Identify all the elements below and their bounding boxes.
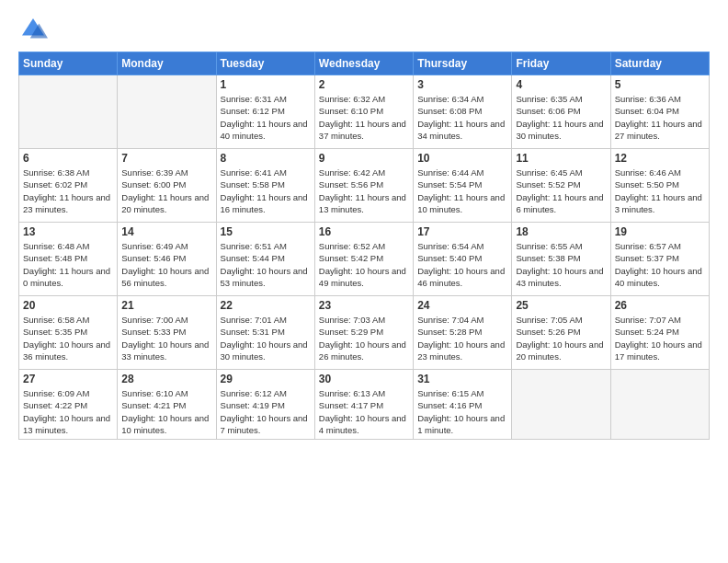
calendar-cell: 27Sunrise: 6:09 AM Sunset: 4:22 PM Dayli… bbox=[19, 370, 118, 440]
day-number: 18 bbox=[516, 225, 606, 238]
day-number: 24 bbox=[417, 299, 507, 312]
calendar-week-row: 13Sunrise: 6:48 AM Sunset: 5:48 PM Dayli… bbox=[19, 223, 710, 296]
weekday-header: Saturday bbox=[610, 52, 709, 75]
calendar-cell: 23Sunrise: 7:03 AM Sunset: 5:29 PM Dayli… bbox=[314, 296, 413, 370]
calendar-cell: 31Sunrise: 6:15 AM Sunset: 4:16 PM Dayli… bbox=[414, 370, 512, 440]
day-info: Sunrise: 6:10 AM Sunset: 4:21 PM Dayligh… bbox=[121, 387, 211, 436]
calendar-cell: 17Sunrise: 6:54 AM Sunset: 5:40 PM Dayli… bbox=[414, 223, 512, 296]
day-info: Sunrise: 7:00 AM Sunset: 5:33 PM Dayligh… bbox=[121, 314, 211, 362]
day-info: Sunrise: 6:31 AM Sunset: 6:12 PM Dayligh… bbox=[221, 93, 311, 142]
calendar-cell: 20Sunrise: 6:58 AM Sunset: 5:35 PM Dayli… bbox=[19, 296, 118, 370]
weekday-header: Friday bbox=[512, 52, 610, 75]
day-info: Sunrise: 6:41 AM Sunset: 5:58 PM Dayligh… bbox=[221, 167, 311, 215]
calendar-cell: 28Sunrise: 6:10 AM Sunset: 4:21 PM Dayli… bbox=[118, 370, 216, 440]
day-info: Sunrise: 6:34 AM Sunset: 6:08 PM Dayligh… bbox=[417, 93, 507, 142]
day-number: 23 bbox=[319, 299, 409, 312]
calendar-cell: 12Sunrise: 6:46 AM Sunset: 5:50 PM Dayli… bbox=[610, 149, 709, 223]
day-number: 25 bbox=[516, 299, 606, 312]
calendar-cell bbox=[610, 370, 709, 440]
day-number: 30 bbox=[319, 373, 409, 385]
logo-icon bbox=[18, 15, 48, 44]
day-number: 17 bbox=[417, 225, 507, 238]
calendar-week-row: 6Sunrise: 6:38 AM Sunset: 6:02 PM Daylig… bbox=[19, 149, 710, 223]
day-number: 27 bbox=[23, 373, 113, 385]
day-number: 22 bbox=[221, 299, 311, 312]
page: SundayMondayTuesdayWednesdayThursdayFrid… bbox=[0, 0, 728, 449]
day-info: Sunrise: 6:51 AM Sunset: 5:44 PM Dayligh… bbox=[221, 240, 311, 289]
day-info: Sunrise: 6:55 AM Sunset: 5:38 PM Dayligh… bbox=[516, 240, 606, 289]
day-info: Sunrise: 6:36 AM Sunset: 6:04 PM Dayligh… bbox=[615, 93, 705, 142]
calendar-cell: 14Sunrise: 6:49 AM Sunset: 5:46 PM Dayli… bbox=[118, 223, 216, 296]
day-info: Sunrise: 6:54 AM Sunset: 5:40 PM Dayligh… bbox=[417, 240, 507, 289]
day-number: 20 bbox=[23, 299, 113, 312]
calendar-cell: 6Sunrise: 6:38 AM Sunset: 6:02 PM Daylig… bbox=[19, 149, 118, 223]
day-number: 13 bbox=[23, 225, 113, 238]
calendar-week-row: 20Sunrise: 6:58 AM Sunset: 5:35 PM Dayli… bbox=[19, 296, 710, 370]
day-info: Sunrise: 6:48 AM Sunset: 5:48 PM Dayligh… bbox=[23, 240, 113, 289]
calendar-cell: 3Sunrise: 6:34 AM Sunset: 6:08 PM Daylig… bbox=[414, 75, 512, 149]
weekday-header: Monday bbox=[118, 52, 216, 75]
calendar-cell: 11Sunrise: 6:45 AM Sunset: 5:52 PM Dayli… bbox=[512, 149, 610, 223]
day-number: 16 bbox=[319, 225, 409, 238]
day-info: Sunrise: 6:46 AM Sunset: 5:50 PM Dayligh… bbox=[615, 167, 705, 215]
calendar-cell: 9Sunrise: 6:42 AM Sunset: 5:56 PM Daylig… bbox=[314, 149, 413, 223]
day-info: Sunrise: 6:38 AM Sunset: 6:02 PM Dayligh… bbox=[23, 167, 113, 215]
day-info: Sunrise: 6:32 AM Sunset: 6:10 PM Dayligh… bbox=[319, 93, 409, 142]
day-info: Sunrise: 7:05 AM Sunset: 5:26 PM Dayligh… bbox=[516, 314, 606, 362]
day-info: Sunrise: 7:01 AM Sunset: 5:31 PM Dayligh… bbox=[221, 314, 311, 362]
day-info: Sunrise: 6:09 AM Sunset: 4:22 PM Dayligh… bbox=[23, 387, 113, 436]
calendar-cell: 22Sunrise: 7:01 AM Sunset: 5:31 PM Dayli… bbox=[216, 296, 314, 370]
calendar-cell: 25Sunrise: 7:05 AM Sunset: 5:26 PM Dayli… bbox=[512, 296, 610, 370]
day-number: 3 bbox=[417, 78, 507, 91]
calendar-cell: 19Sunrise: 6:57 AM Sunset: 5:37 PM Dayli… bbox=[610, 223, 709, 296]
calendar-cell: 21Sunrise: 7:00 AM Sunset: 5:33 PM Dayli… bbox=[118, 296, 216, 370]
calendar-cell: 4Sunrise: 6:35 AM Sunset: 6:06 PM Daylig… bbox=[512, 75, 610, 149]
day-number: 8 bbox=[221, 152, 311, 165]
day-info: Sunrise: 6:52 AM Sunset: 5:42 PM Dayligh… bbox=[319, 240, 409, 289]
calendar-cell: 2Sunrise: 6:32 AM Sunset: 6:10 PM Daylig… bbox=[314, 75, 413, 149]
day-number: 6 bbox=[23, 152, 113, 165]
day-number: 5 bbox=[615, 78, 705, 91]
calendar-cell: 13Sunrise: 6:48 AM Sunset: 5:48 PM Dayli… bbox=[19, 223, 118, 296]
day-info: Sunrise: 6:39 AM Sunset: 6:00 PM Dayligh… bbox=[121, 167, 211, 215]
day-info: Sunrise: 6:57 AM Sunset: 5:37 PM Dayligh… bbox=[615, 240, 705, 289]
day-info: Sunrise: 6:45 AM Sunset: 5:52 PM Dayligh… bbox=[516, 167, 606, 215]
weekday-header: Tuesday bbox=[216, 52, 314, 75]
weekday-header: Wednesday bbox=[314, 52, 413, 75]
logo bbox=[18, 15, 51, 44]
day-number: 21 bbox=[121, 299, 211, 312]
calendar-cell: 10Sunrise: 6:44 AM Sunset: 5:54 PM Dayli… bbox=[414, 149, 512, 223]
calendar-cell bbox=[118, 75, 216, 149]
weekday-header: Sunday bbox=[19, 52, 118, 75]
calendar-cell: 8Sunrise: 6:41 AM Sunset: 5:58 PM Daylig… bbox=[216, 149, 314, 223]
day-info: Sunrise: 6:58 AM Sunset: 5:35 PM Dayligh… bbox=[23, 314, 113, 362]
day-number: 9 bbox=[319, 152, 409, 165]
day-number: 14 bbox=[121, 225, 211, 238]
day-number: 2 bbox=[319, 78, 409, 91]
calendar-cell: 18Sunrise: 6:55 AM Sunset: 5:38 PM Dayli… bbox=[512, 223, 610, 296]
day-info: Sunrise: 6:13 AM Sunset: 4:17 PM Dayligh… bbox=[319, 387, 409, 436]
day-number: 7 bbox=[121, 152, 211, 165]
weekday-header: Thursday bbox=[414, 52, 512, 75]
calendar-cell: 30Sunrise: 6:13 AM Sunset: 4:17 PM Dayli… bbox=[314, 370, 413, 440]
calendar-week-row: 27Sunrise: 6:09 AM Sunset: 4:22 PM Dayli… bbox=[19, 370, 710, 440]
calendar-cell: 15Sunrise: 6:51 AM Sunset: 5:44 PM Dayli… bbox=[216, 223, 314, 296]
day-number: 31 bbox=[417, 373, 507, 385]
calendar-week-row: 1Sunrise: 6:31 AM Sunset: 6:12 PM Daylig… bbox=[19, 75, 710, 149]
day-info: Sunrise: 6:49 AM Sunset: 5:46 PM Dayligh… bbox=[121, 240, 211, 289]
header bbox=[18, 15, 710, 44]
day-number: 4 bbox=[516, 78, 606, 91]
calendar-cell: 29Sunrise: 6:12 AM Sunset: 4:19 PM Dayli… bbox=[216, 370, 314, 440]
day-number: 26 bbox=[615, 299, 705, 312]
day-number: 1 bbox=[221, 78, 311, 91]
day-info: Sunrise: 7:07 AM Sunset: 5:24 PM Dayligh… bbox=[615, 314, 705, 362]
day-info: Sunrise: 6:42 AM Sunset: 5:56 PM Dayligh… bbox=[319, 167, 409, 215]
day-info: Sunrise: 6:35 AM Sunset: 6:06 PM Dayligh… bbox=[516, 93, 606, 142]
day-info: Sunrise: 7:03 AM Sunset: 5:29 PM Dayligh… bbox=[319, 314, 409, 362]
day-number: 28 bbox=[121, 373, 211, 385]
calendar-cell: 5Sunrise: 6:36 AM Sunset: 6:04 PM Daylig… bbox=[610, 75, 709, 149]
day-info: Sunrise: 6:15 AM Sunset: 4:16 PM Dayligh… bbox=[417, 387, 507, 436]
day-number: 19 bbox=[615, 225, 705, 238]
day-info: Sunrise: 6:12 AM Sunset: 4:19 PM Dayligh… bbox=[221, 387, 311, 436]
calendar-cell: 24Sunrise: 7:04 AM Sunset: 5:28 PM Dayli… bbox=[414, 296, 512, 370]
